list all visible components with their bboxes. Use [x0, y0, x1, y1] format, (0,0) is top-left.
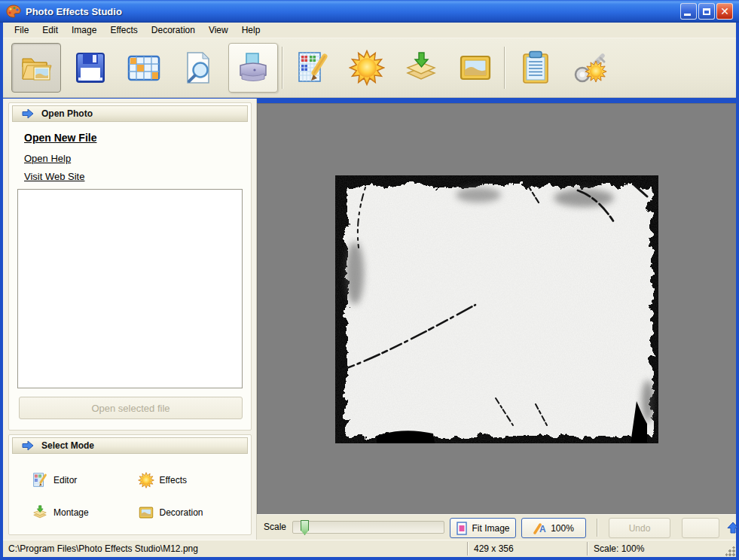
- app-window: Photo Effects Studio ✕ File Edit Image E…: [0, 0, 739, 560]
- montage-layers-icon: [403, 50, 439, 86]
- clipboard-icon: [518, 50, 554, 86]
- fit-image-button[interactable]: Fit Image: [450, 518, 516, 538]
- decoration-mode-button[interactable]: [450, 43, 500, 93]
- scale-controls-bar: Scale Fit Image 100% Undo: [257, 514, 736, 540]
- minimize-icon: [684, 14, 691, 16]
- open-photo-title: Open Photo: [41, 108, 93, 119]
- document-magnifier-icon: [180, 50, 216, 86]
- zoom-100-label: 100%: [551, 523, 574, 534]
- preview-button[interactable]: [173, 43, 223, 93]
- montage-mode-button[interactable]: [396, 43, 446, 93]
- mode-decoration-label: Decoration: [160, 507, 203, 518]
- status-bar: C:\Program Files\Photo Effects Studio\M1…: [3, 540, 736, 557]
- floppy-save-icon: [72, 50, 108, 86]
- menu-bar: File Edit Image Effects Decoration View …: [3, 23, 736, 38]
- picture-frame-icon: [457, 50, 493, 86]
- mode-grid: Editor Effects Montage Decoration: [32, 464, 243, 528]
- photo-grunge-mask: [335, 175, 658, 443]
- close-icon: ✕: [720, 6, 729, 17]
- arrow-right-icon: [22, 440, 34, 451]
- title-bar: Photo Effects Studio ✕: [0, 0, 739, 23]
- pencil-a-icon: [533, 522, 547, 534]
- status-scale: Scale: 100%: [588, 540, 736, 557]
- clipboard-button[interactable]: [511, 43, 560, 93]
- mode-montage-label: Montage: [53, 507, 89, 518]
- collapse-panel-up-arrow-icon[interactable]: [727, 522, 739, 534]
- minimize-button[interactable]: [680, 3, 697, 20]
- toolbar: [3, 38, 736, 98]
- resize-grip[interactable]: [725, 546, 735, 556]
- status-image-dimensions: 429 x 356: [469, 540, 587, 557]
- menu-decoration[interactable]: Decoration: [145, 23, 202, 37]
- open-photo-button[interactable]: [11, 43, 61, 93]
- sidebar: Open Photo Open New File Open Help Visit…: [3, 99, 257, 540]
- status-scale-text: Scale: 100%: [594, 543, 644, 554]
- close-button[interactable]: ✕: [716, 3, 733, 20]
- select-mode-header: Select Mode: [12, 437, 248, 454]
- save-button[interactable]: [66, 43, 115, 93]
- key-sun-icon: [573, 50, 609, 86]
- blank-button[interactable]: [682, 518, 719, 538]
- controls-separator: [597, 519, 598, 537]
- menu-edit[interactable]: Edit: [35, 23, 65, 37]
- undo-button[interactable]: Undo: [609, 518, 670, 538]
- toolbar-separator: [504, 47, 505, 89]
- file-listbox[interactable]: [17, 189, 243, 388]
- menu-file[interactable]: File: [8, 23, 35, 37]
- fit-document-icon: [456, 522, 468, 535]
- image-canvas: [257, 103, 736, 514]
- visit-web-site-link[interactable]: Visit Web Site: [24, 171, 84, 182]
- scale-slider-thumb[interactable]: [301, 520, 309, 535]
- open-photo-panel: Open Photo Open New File Open Help Visit…: [8, 102, 252, 431]
- printer-icon: [235, 50, 271, 86]
- picture-frame-icon: [138, 504, 154, 521]
- thumbnails-button[interactable]: [119, 43, 169, 93]
- arrow-right-icon: [22, 108, 34, 119]
- open-new-file-link[interactable]: Open New File: [24, 132, 96, 144]
- editor-grid-pencil-icon: [295, 50, 331, 86]
- open-photo-header: Open Photo: [12, 105, 248, 122]
- open-folder-icon: [18, 50, 54, 86]
- effects-mode-button[interactable]: [342, 43, 392, 93]
- mode-editor[interactable]: Editor: [32, 472, 138, 488]
- scale-slider[interactable]: [292, 521, 444, 534]
- mode-effects-label: Effects: [160, 475, 187, 485]
- open-selected-file-button[interactable]: Open selected file: [19, 397, 243, 419]
- status-file-path: C:\Program Files\Photo Effects Studio\M1…: [3, 540, 467, 557]
- app-palette-icon: [6, 4, 21, 19]
- menu-image[interactable]: Image: [65, 23, 103, 37]
- montage-layers-icon: [32, 504, 48, 521]
- maximize-icon: [703, 8, 710, 15]
- thumbnails-grid-icon: [126, 50, 162, 86]
- editor-grid-pencil-icon: [32, 472, 48, 488]
- zoom-100-button[interactable]: 100%: [521, 518, 586, 538]
- fit-image-label: Fit Image: [472, 523, 509, 534]
- mode-montage[interactable]: Montage: [32, 504, 138, 521]
- register-button[interactable]: [566, 43, 615, 93]
- mode-effects[interactable]: Effects: [138, 472, 244, 488]
- menu-view[interactable]: View: [202, 23, 235, 37]
- mode-editor-label: Editor: [53, 475, 77, 485]
- print-button[interactable]: [228, 43, 278, 93]
- toolbar-separator: [282, 47, 283, 89]
- mode-decoration[interactable]: Decoration: [138, 504, 244, 521]
- menu-help[interactable]: Help: [235, 23, 267, 37]
- select-mode-title: Select Mode: [41, 440, 94, 451]
- scale-label: Scale: [264, 522, 286, 532]
- select-mode-panel: Select Mode Editor Effects Montage Deco: [8, 434, 252, 535]
- sun-icon: [138, 472, 154, 488]
- window-title: Photo Effects Studio: [26, 6, 680, 17]
- menu-effects[interactable]: Effects: [103, 23, 144, 37]
- editor-mode-button[interactable]: [288, 43, 337, 93]
- maximize-button[interactable]: [698, 3, 715, 20]
- open-help-link[interactable]: Open Help: [24, 153, 71, 164]
- sun-icon: [349, 50, 385, 86]
